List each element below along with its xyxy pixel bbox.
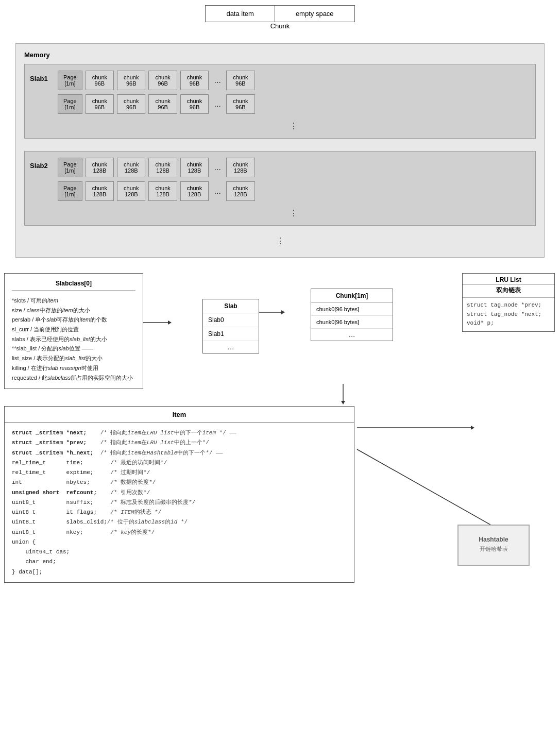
lru-code-line-2: void* p;: [467, 319, 550, 328]
slab1-p2-chunk3: chunk96B: [148, 94, 177, 114]
chunk-diagram: data item empty space Chunk: [0, 5, 560, 38]
slabclass-field-2: perslab / 单个slab可存放的item的个数: [12, 315, 135, 325]
memory-title: Memory: [24, 51, 536, 59]
svg-marker-3: [281, 310, 285, 314]
slab-mid-row-0: Slab0: [203, 313, 259, 327]
item-arrows-area: Hashtable 开链哈希表: [354, 406, 556, 583]
slabclass-field-7: killing / 在进行slab reassign时使用: [12, 363, 135, 373]
slab2-p2-chunk5: chunk128B: [226, 181, 254, 201]
slab2-p1-chunk2: chunk128B: [117, 158, 145, 177]
item-line-9: uint8_t slabs_clsid;/* 位于的slabclass的id *…: [12, 517, 347, 527]
slabclass-field-3: sl_curr / 当前使用到的位置: [12, 325, 135, 334]
slabclass-field-0: *slots / 可用的item: [12, 296, 135, 306]
item-line-2-comment: /* 指向此item在Hashtable中的下一个*/ ——: [100, 450, 223, 456]
hashtable-title: Hashtable: [464, 536, 523, 543]
chunk1m-dots: …: [311, 329, 393, 341]
svg-marker-1: [168, 321, 172, 325]
lru-title: LRU List: [463, 274, 554, 285]
slab2-page2-box: Page[1m]: [58, 181, 82, 201]
slabclass-field-6: list_size / 表示分配的slab_list的大小: [12, 353, 135, 363]
slab1-vertical-dots: ⋮: [58, 118, 529, 132]
lru-subtitle: 双向链表: [463, 285, 554, 298]
lower-wrapper: Slabclass[0] *slots / 可用的item size / cla…: [0, 268, 560, 406]
slab2-pages: Page[1m] chunk128B chunk128B chunk128B c…: [58, 158, 529, 219]
slab1-p1-chunk1: chunk96B: [86, 71, 114, 90]
chunk1m-title: Chunk[1m]: [311, 289, 393, 303]
slabclass-title: Slabclass[0]: [12, 280, 135, 291]
slab2-p2-chunk4: chunk128B: [180, 181, 209, 201]
item-line-1-comment: /* 指向此item在LRU list中的上一个*/: [100, 440, 209, 446]
item-line-0: struct _stritem *next; /* 指向此item在LRU li…: [12, 428, 347, 438]
slab2-p1-chunk5: chunk128B: [226, 158, 254, 177]
slab1-p1-chunk3: chunk96B: [148, 71, 177, 90]
item-line-0-comment: /* 指向此item在LRU list中的下一个item */ ——: [100, 430, 236, 436]
item-code: struct _stritem *next; /* 指向此item在LRU li…: [5, 423, 354, 582]
item-line-9-comment: /* 位于的slabclass的id */: [107, 519, 188, 525]
item-line-4: rel_time_t exptime; /* 过期时间*/: [12, 468, 347, 478]
arrow-svg-2: [259, 309, 285, 315]
lru-list-box: LRU List 双向链表 struct tag_node *prev; str…: [462, 273, 555, 332]
chunk-data-item-label: data item: [206, 6, 275, 22]
slab-mid-dots: …: [203, 341, 259, 353]
slab1-p2-chunk1: chunk96B: [86, 94, 114, 114]
item-line-3: rel_time_t time; /* 最近的访问时间*/: [12, 458, 347, 468]
chunk-empty-space-label: empty space: [275, 6, 354, 22]
slabclass-box: Slabclass[0] *slots / 可用的item size / cla…: [4, 273, 143, 389]
svg-marker-5: [341, 401, 345, 404]
chunk1m-row-1: chunk0[96 bytes]: [311, 316, 393, 329]
slab1-p2-chunk2: chunk96B: [117, 94, 145, 114]
slab1-label: Slab1: [30, 71, 50, 82]
slab1-page1-box: Page[1m]: [58, 71, 82, 90]
item-line-10-comment: /* key的长度*/: [110, 529, 155, 535]
item-title: Item: [5, 407, 354, 423]
item-line-8: uint8_t it_flags; /* ITEM的状态 */: [12, 508, 347, 517]
slab1-p1-chunk5: chunk96B: [226, 71, 254, 90]
slab1-pages: Page[1m] chunk96B chunk96B chunk96B chun…: [58, 71, 529, 132]
item-line-5: int nbytes; /* 数据的长度*/: [12, 478, 347, 487]
slab1-page-row-1: Page[1m] chunk96B chunk96B chunk96B chun…: [58, 71, 529, 90]
memory-container: Memory Slab1 Page[1m] chunk96B chunk96B …: [15, 43, 545, 258]
item-line-7: uint8_t nsuffix; /* 标志及长度的后缀串的长度*/: [12, 498, 347, 508]
slab2-p1-chunk1: chunk128B: [86, 158, 114, 177]
slab1-p1-chunk2: chunk96B: [117, 71, 145, 90]
slab2-p2-chunk1: chunk128B: [86, 181, 114, 201]
item-line-8-comment: /* ITEM的状态 */: [110, 509, 161, 515]
arrow-slabclass-to-slab: [143, 319, 172, 326]
lru-code: struct tag_node *prev; struct tag_node *…: [463, 298, 554, 331]
slab2-vertical-dots: ⋮: [58, 205, 529, 219]
item-line-6-comment: /* 引用次数*/: [110, 490, 150, 496]
item-line-6-bold: unsigned short refcount;: [12, 490, 110, 496]
item-line-1-bold: struct _stritem *prev;: [12, 440, 100, 446]
slab2-p2-chunk3: chunk128B: [148, 181, 177, 201]
arrow-svg-1: [143, 319, 172, 326]
slab-mid-row-1: Slab1: [203, 327, 259, 341]
slab2-block: Slab2 Page[1m] chunk128B chunk128B chunk…: [24, 151, 536, 226]
chunk-box: data item empty space: [205, 5, 354, 22]
slab2-page-row-2: Page[1m] chunk128B chunk128B chunk128B c…: [58, 181, 529, 201]
item-box: Item struct _stritem *next; /* 指向此item在L…: [4, 406, 354, 583]
svg-marker-7: [471, 426, 474, 430]
slabclass-field-8: requested / 此slabclass所占用的实际空间的大小: [12, 373, 135, 383]
chunk1m-box: Chunk[1m] chunk0[96 bytes] chunk0[96 byt…: [311, 289, 393, 341]
slabclass-field-5: **slab_list / 分配的slab位置 ——: [12, 344, 135, 353]
slab1-p2-chunk4: chunk96B: [180, 94, 209, 114]
chunk1m-row-0: chunk0[96 bytes]: [311, 303, 393, 316]
slab2-p1-chunk3: chunk128B: [148, 158, 177, 177]
hashtable-subtitle: 开链哈希表: [464, 545, 523, 553]
slab2-p1-chunk4: chunk128B: [180, 158, 209, 177]
item-line-0-bold: struct _stritem *next;: [12, 430, 100, 436]
item-line-14: } data[];: [12, 567, 347, 577]
slab2-p2-dots: …: [212, 184, 223, 198]
slab1-p1-dots: …: [212, 73, 223, 88]
chunk-label: Chunk: [270, 22, 290, 30]
item-line-2: struct _stritem *h_next; /* 指向此item在Hash…: [12, 448, 347, 458]
item-line-4-comment: /* 过期时间*/: [110, 469, 150, 476]
slab-mid-box: Slab Slab0 Slab1 …: [202, 299, 259, 353]
slab1-p2-chunk5: chunk96B: [226, 94, 254, 114]
lru-code-line-0: struct tag_node *prev;: [467, 301, 550, 310]
hashtable-box: Hashtable 开链哈希表: [457, 525, 530, 566]
item-line-3-comment: /* 最近的访问时间*/: [110, 460, 167, 466]
bottom-section: Item struct _stritem *next; /* 指向此item在L…: [4, 406, 556, 583]
item-line-2-bold: struct _stritem *h_next;: [12, 450, 100, 456]
item-line-10: uint8_t nkey; /* key的长度*/: [12, 528, 347, 537]
